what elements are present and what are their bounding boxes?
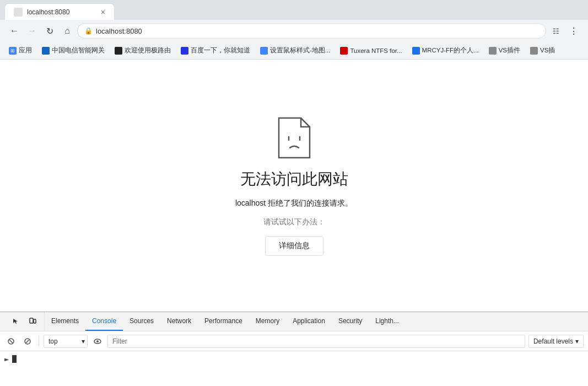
bookmark-vs[interactable]: VS插 [526, 45, 559, 56]
bookmark-baidu[interactable]: 百度一下，你就知道 [176, 45, 255, 56]
back-button[interactable]: ← [7, 23, 22, 39]
nav-bar: ← → ↻ ⌂ 🔒 localhost:8080 ☷ ⋮ [0, 20, 588, 42]
context-selector[interactable]: top ▾ [44, 335, 88, 348]
tab-favicon [14, 8, 23, 17]
baidu-icon [181, 47, 188, 55]
vsplugin-icon [489, 47, 497, 55]
bookmark-mrcyj[interactable]: MRCYJ-FF的个人... [408, 45, 483, 56]
mrcyj-icon [412, 47, 420, 55]
svg-rect-3 [34, 319, 36, 323]
active-tab[interactable]: localhost:8080 × [4, 3, 115, 20]
bookmarks-bar: ⊞ 应用 中国电信智能网关 欢迎使用极路由 百度一下，你就知道 设置鼠标样式-地… [0, 42, 588, 60]
extreme-icon [115, 47, 122, 55]
tab-lighthouse[interactable]: Lighth... [369, 312, 406, 331]
log-levels-label: Default levels [533, 337, 573, 345]
devtools-toolbar [4, 312, 45, 331]
error-title: 无法访问此网站 [240, 169, 348, 190]
preserve-log-button[interactable] [21, 335, 34, 348]
bookmark-tuxera-label: Tuxera NTFS for... [350, 47, 402, 54]
tab-elements[interactable]: Elements [45, 312, 85, 331]
devtools-tab-bar: Elements Console Sources Network Perform… [0, 312, 588, 331]
bookmark-apps-label: 应用 [19, 46, 32, 55]
bookmark-mrcyj-label: MRCYJ-FF的个人... [422, 46, 479, 55]
page-content: 无法访问此网站 localhost 拒绝了我们的连接请求。 请试试以下办法： 详… [0, 60, 588, 312]
error-subtitle: localhost 拒绝了我们的连接请求。 [235, 199, 353, 208]
svg-point-9 [96, 340, 99, 342]
levels-chevron-icon: ▾ [575, 337, 579, 345]
bookmark-tuxera[interactable]: Tuxera NTFS for... [336, 45, 406, 56]
details-button[interactable]: 详细信息 [265, 236, 323, 256]
tab-performance[interactable]: Performance [198, 312, 249, 331]
filter-icon[interactable] [91, 335, 104, 348]
tab-memory[interactable]: Memory [249, 312, 286, 331]
extensions-button[interactable]: ☷ [548, 23, 564, 39]
reload-button[interactable]: ↻ [42, 23, 57, 39]
tab-bar: localhost:8080 × [0, 0, 588, 20]
context-value: top [48, 337, 58, 345]
tab-application[interactable]: Application [286, 312, 332, 331]
forward-button[interactable]: → [24, 23, 40, 39]
address-text: localhost:8080 [96, 27, 142, 35]
tab-network[interactable]: Network [160, 312, 198, 331]
bookmark-telecom-label: 中国电信智能网关 [52, 46, 105, 55]
tab-close-button[interactable]: × [101, 8, 105, 16]
mouse-icon [260, 47, 268, 55]
tab-security[interactable]: Security [332, 312, 369, 331]
vs-icon [530, 47, 538, 55]
address-bar[interactable]: 🔒 localhost:8080 [77, 23, 546, 39]
filter-input[interactable] [107, 335, 525, 348]
svg-line-7 [26, 340, 29, 343]
bookmark-vsplugin-label: VS插件 [499, 46, 520, 55]
telecom-icon [42, 47, 50, 55]
bookmark-extreme-label: 欢迎使用极路由 [125, 46, 171, 55]
devtools-panel: Elements Console Sources Network Perform… [0, 312, 588, 386]
inspect-element-button[interactable] [9, 314, 23, 329]
bookmark-mouse[interactable]: 设置鼠标样式-地图... [256, 45, 335, 56]
svg-rect-2 [30, 318, 33, 323]
tab-title: localhost:8080 [27, 8, 69, 16]
chevron-down-icon: ▾ [82, 337, 85, 345]
bookmark-vsplugin[interactable]: VS插件 [484, 45, 525, 56]
prompt-arrow-icon: ► [4, 355, 9, 363]
bookmark-extreme[interactable]: 欢迎使用极路由 [110, 45, 175, 56]
log-levels-selector[interactable]: Default levels ▾ [528, 335, 584, 348]
clear-console-button[interactable] [4, 335, 18, 348]
error-hint: 请试试以下办法： [263, 217, 325, 227]
apps-icon: ⊞ [9, 47, 17, 55]
bookmark-vs-label: VS插 [540, 46, 555, 55]
tab-sources[interactable]: Sources [123, 312, 160, 331]
bookmark-telecom[interactable]: 中国电信智能网关 [37, 45, 109, 56]
bookmark-mouse-label: 设置鼠标样式-地图... [270, 46, 330, 55]
console-prompt-area[interactable]: ► [0, 351, 588, 367]
console-cursor [12, 355, 17, 363]
console-toolbar: top ▾ Default levels ▾ [0, 331, 588, 351]
bookmark-apps[interactable]: ⊞ 应用 [4, 45, 36, 56]
svg-line-5 [9, 340, 13, 343]
bookmark-baidu-label: 百度一下，你就知道 [191, 46, 250, 55]
device-toolbar-button[interactable] [25, 314, 40, 329]
menu-button[interactable]: ⋮ [566, 23, 581, 39]
lock-icon: 🔒 [84, 27, 93, 35]
error-icon [274, 116, 314, 160]
home-button[interactable]: ⌂ [60, 23, 75, 39]
toolbar-separator-1 [39, 336, 39, 347]
tuxera-icon [340, 47, 348, 55]
tab-console[interactable]: Console [85, 312, 123, 331]
